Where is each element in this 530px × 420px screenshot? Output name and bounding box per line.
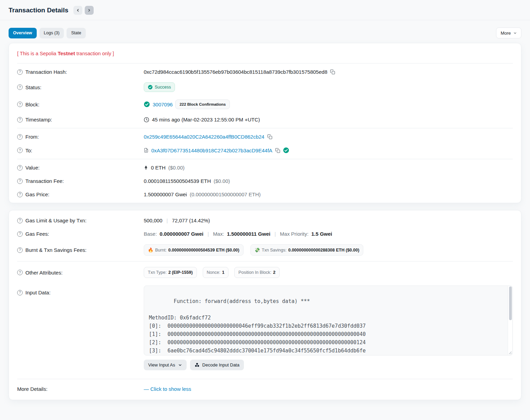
copy-from-address-button[interactable] [267,134,272,139]
help-icon[interactable]: ? [17,117,23,122]
transaction-hash-value: 0xc72d984ccac6190b5f135576eb97b03604bc81… [144,69,327,75]
gas-limit-value: 500,000 [144,218,162,223]
help-icon[interactable]: ? [17,84,23,90]
block-number-link[interactable]: 3007096 [153,102,173,107]
fire-icon: 🔥 [148,247,153,253]
more-details-row: More Details: — Click to show less [17,381,513,398]
divider [17,63,513,63]
timestamp-value: 45 mins ago (Mar-02-2023 12:55:00 PM +UT… [152,117,260,122]
gas-price-row: ? Gas Price: 1.500000007 Gwei (0.0000000… [17,188,513,201]
gas-limit-row: ? Gas Limit & Usage by Txn: 500,000 | 72… [17,212,513,227]
show-less-link[interactable]: — Click to show less [144,386,191,392]
separator: | [273,231,277,237]
page-title: Transaction Details [9,7,68,14]
help-icon[interactable]: ? [17,178,23,184]
input-data-label: ? Input Data: [17,285,144,295]
details-card: ? Gas Limit & Usage by Txn: 500,000 | 72… [9,210,521,400]
burnt-fee-badge: 🔥 Burnt: 0.000000000000504539 ETH ($0.00… [144,244,244,256]
max-priority-value: 1.5 Gwei [311,231,332,237]
next-transaction-button[interactable] [85,6,94,15]
value-label: ? Value: [17,165,144,171]
block-row: ? Block: 3007096 222 Block Confirmations [17,96,513,113]
to-address-link[interactable]: 0xA3f07D6773514480b918C2742b027b3acD9E44… [151,148,272,153]
help-icon[interactable]: ? [17,270,23,275]
money-wings-icon: 💸 [255,247,260,253]
gas-usage-value: 72,077 (14.42%) [172,218,210,223]
decode-icon [195,362,200,368]
testnet-banner: [ This is a Sepolia Testnet transaction … [17,45,513,61]
value-amount: 0 ETH [151,165,166,171]
input-data-content: Function: forward(address to,bytes data)… [149,298,366,355]
status-row: ? Status: Success [17,79,513,96]
tab-logs[interactable]: Logs (3) [39,28,64,38]
input-data-row: ? Input Data: Function: forward(address … [17,282,513,374]
scrollbar-thumb[interactable] [509,287,512,320]
max-fee-value: 1.500000011 Gwei [227,231,270,237]
help-icon[interactable]: ? [17,102,23,107]
divider [17,128,513,128]
tab-overview[interactable]: Overview [9,28,37,38]
transaction-hash-row: ? Transaction Hash: 0xc72d984ccac6190b5f… [17,65,513,79]
separator: | [206,231,210,237]
from-row: ? From: 0x259c49E65644a020C2A642260a4ffB… [17,130,513,143]
decode-input-data-button[interactable]: Decode Input Data [190,360,244,370]
max-priority-label: Max Priority: [280,231,308,237]
help-icon[interactable]: ? [17,165,23,171]
transaction-hash-label: ? Transaction Hash: [17,69,144,75]
timestamp-label: ? Timestamp: [17,117,144,122]
overview-card: [ This is a Sepolia Testnet transaction … [9,43,521,203]
nonce-badge: Nonce: 1 [203,267,229,278]
resize-grip-icon[interactable] [508,351,512,354]
check-circle-icon [148,85,153,90]
other-attributes-row: ? Other Attributes: Txn Type: 2 (EIP-155… [17,263,513,282]
help-icon[interactable]: ? [17,134,23,140]
page-header: Transaction Details [0,0,530,20]
more-button[interactable]: More [496,27,521,38]
tab-state[interactable]: State [67,28,85,38]
value-usd: ($0.00) [168,165,185,171]
copy-icon [275,148,280,153]
check-circle-icon [144,101,150,107]
help-icon[interactable]: ? [17,218,23,223]
max-fee-label: Max: [213,231,224,237]
chevron-left-icon [76,8,80,12]
burnt-fees-row: ? Burnt & Txn Savings Fees: 🔥 Burnt: 0.0… [17,241,513,259]
copy-to-address-button[interactable] [275,148,280,153]
input-data-textarea[interactable]: Function: forward(address to,bytes data)… [144,285,513,355]
transaction-fee-label: ? Transaction Fee: [17,178,144,184]
timestamp-row: ? Timestamp: 45 mins ago (Mar-02-2023 12… [17,113,513,126]
copy-transaction-hash-button[interactable] [330,69,335,74]
chevron-right-icon [87,8,91,12]
more-details-label: More Details: [17,386,144,392]
block-label: ? Block: [17,102,144,107]
base-fee-value: 0.000000007 Gwei [160,231,203,237]
help-icon[interactable]: ? [17,247,23,253]
help-icon[interactable]: ? [17,148,23,153]
prev-transaction-button[interactable] [73,6,82,15]
status-label: ? Status: [17,84,144,90]
help-icon[interactable]: ? [17,69,23,75]
transaction-fee-usd: ($0.00) [214,178,230,184]
to-row: ? To: 0xA3f07D6773514480b918C2742b027b3a… [17,143,513,157]
gas-fees-label: ? Gas Fees: [17,231,144,237]
tabs-row: Overview Logs (3) State More [0,20,530,43]
view-input-as-button[interactable]: View Input As [144,360,187,370]
chevron-down-icon [178,363,182,367]
help-icon[interactable]: ? [17,290,23,295]
from-label: ? From: [17,134,144,140]
divider [17,379,513,379]
gas-price-amount: 1.500000007 Gwei [144,191,187,197]
from-address-link[interactable]: 0x259c49E65644a020C2A642260a4ffB0CD862cb… [144,134,264,140]
eth-icon [144,165,148,170]
divider [17,159,513,159]
gas-price-alt: (0.000000001500000007 ETH) [190,191,261,197]
block-confirmations-badge: 222 Block Confirmations [175,100,230,109]
gas-limit-label: ? Gas Limit & Usage by Txn: [17,218,144,223]
other-attributes-label: ? Other Attributes: [17,270,144,276]
help-icon[interactable]: ? [17,231,23,237]
help-icon[interactable]: ? [17,192,23,197]
verified-check-icon [283,147,289,153]
gas-price-label: ? Gas Price: [17,191,144,197]
chevron-down-icon [513,31,517,35]
gas-fees-row: ? Gas Fees: Base: 0.000000007 Gwei | Max… [17,227,513,241]
